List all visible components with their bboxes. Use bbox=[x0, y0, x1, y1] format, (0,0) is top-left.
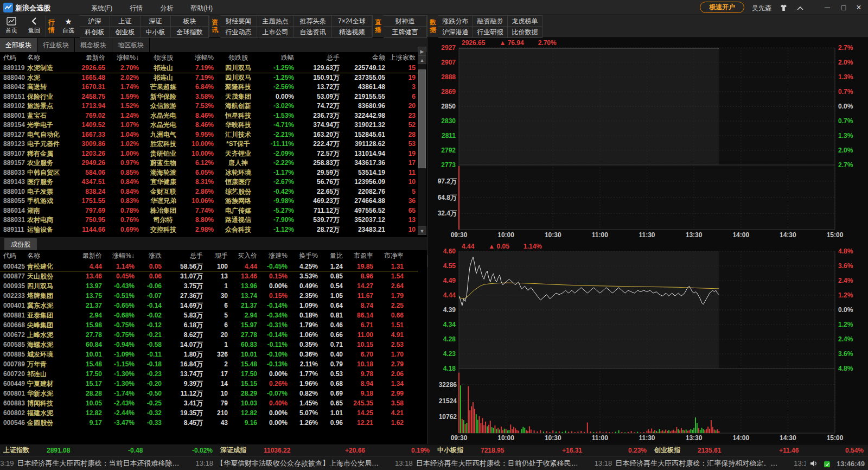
nav-cell[interactable]: 推荐头条 bbox=[294, 15, 332, 27]
table-row[interactable]: 600881亚泰集团2.94-0.68%-0.025.83万52.94-0.34… bbox=[0, 310, 418, 320]
table-row[interactable]: 889119水泥制造2926.652.70%祁连山7.19%四川双马-1.25%… bbox=[0, 63, 418, 73]
board-tab[interactable]: 行业板块 bbox=[37, 38, 75, 52]
tab-data-vertical[interactable]: 数据 bbox=[427, 15, 438, 37]
table-row[interactable]: 888033中韩自贸区584.060.85%渤海轮渡6.05%冰轮环境-1.17… bbox=[0, 168, 418, 178]
maximize-button[interactable]: □ bbox=[835, 0, 852, 15]
index-group[interactable]: 上证指数2891.08-0.48-0.02% bbox=[0, 444, 217, 456]
table-row[interactable]: 888010电子发票838.240.84%金财互联2.86%综艺股份-0.42%… bbox=[0, 187, 418, 197]
index-group[interactable]: 创业板指2135.61+11.460.54% bbox=[651, 444, 868, 456]
menu-item[interactable]: 帮助(H) bbox=[190, 4, 213, 13]
open-account-button[interactable]: 极速开户 bbox=[700, 2, 744, 13]
column-header[interactable]: 代码 bbox=[3, 250, 27, 262]
nav-cell[interactable]: 比价数据 bbox=[508, 27, 542, 38]
nav-cell[interactable]: 行业研报 bbox=[473, 27, 508, 38]
column-header[interactable]: 量比 bbox=[320, 250, 345, 262]
home-button[interactable]: 首页 bbox=[0, 15, 23, 37]
nav-cell[interactable]: 精选视频 bbox=[332, 27, 372, 38]
table-row[interactable]: 889107稀有金属1203.261.00%贵研铂业10.00%天齐锂业-2.0… bbox=[0, 149, 418, 159]
menu-item[interactable]: 分析 bbox=[160, 4, 173, 13]
board-intraday-chart[interactable]: 2926.65 ▲ 76.94 2.70% 292729072888286928… bbox=[428, 38, 868, 242]
table-row[interactable]: 888031农村电商750.950.76%司尔特8.80%路通视信-7.90%5… bbox=[0, 215, 418, 225]
minimize-button[interactable]: ─ bbox=[819, 0, 835, 15]
nav-cell[interactable]: 涨跌分布 bbox=[438, 15, 473, 27]
column-header[interactable]: 领跌股 bbox=[216, 52, 260, 63]
news-item[interactable]: 13:19日本经济再生大臣西村康稔：当前日本还很难移除… bbox=[0, 459, 180, 468]
chevron-up-icon[interactable] bbox=[796, 6, 804, 10]
table-row[interactable]: 888055手机游戏1751.550.83%华谊兄弟10.06%游族网络-9.9… bbox=[0, 196, 418, 206]
nav-cell[interactable]: 沪深 bbox=[80, 15, 110, 27]
nav-cell[interactable]: 中小板 bbox=[141, 27, 171, 38]
column-header[interactable]: 代码 bbox=[3, 52, 27, 63]
nav-cell[interactable]: 自选资讯 bbox=[294, 27, 332, 38]
nav-cell[interactable]: 主题热点 bbox=[257, 15, 294, 27]
column-header[interactable]: 市盈率 bbox=[345, 250, 375, 262]
table-row[interactable]: 888040水泥1665.482.02%祁连山7.19%四川双马-1.25%15… bbox=[0, 73, 418, 83]
column-header[interactable]: 涨幅%↓ bbox=[104, 250, 137, 262]
table-row[interactable]: 600585海螺水泥60.84-0.94%-0.5814.07万160.83-0… bbox=[0, 340, 418, 350]
nav-cell[interactable]: 7×24全球 bbox=[332, 15, 372, 27]
table-row[interactable]: 002233塔牌集团13.75-0.51%-0.0727.36万3013.740… bbox=[0, 291, 418, 301]
table-row[interactable]: 000672上峰水泥27.78-0.75%-0.218.62万2027.78-0… bbox=[0, 330, 418, 340]
board-tab[interactable]: 概念板块 bbox=[75, 38, 112, 52]
table-row[interactable]: 000877天山股份13.460.45%0.0631.07万1313.460.1… bbox=[0, 271, 418, 281]
nav-cell[interactable]: 财神道 bbox=[384, 15, 427, 27]
table-row[interactable]: 600449宁夏建材15.17-1.30%-0.209.39万1415.150.… bbox=[0, 379, 418, 389]
column-header[interactable]: 买入价 bbox=[230, 250, 259, 262]
news-item[interactable]: 13:18【华夏信财非法吸收公众存款被查】上海市公安局… bbox=[196, 459, 379, 468]
skin-theme-icon[interactable] bbox=[779, 4, 788, 12]
table-row[interactable]: 000935四川双马13.97-0.43%-0.063.75万113.960.0… bbox=[0, 281, 418, 291]
column-header[interactable]: 换手% bbox=[290, 250, 320, 262]
board-tab[interactable]: 全部板块 bbox=[0, 38, 37, 52]
table-row[interactable]: 000546金圆股份9.17-3.47%-0.338.45万439.160.00… bbox=[0, 418, 418, 428]
nav-cell[interactable]: 融资融券 bbox=[473, 15, 508, 27]
table-row[interactable]: 889102旅游景点1713.941.52%众信旅游7.53%海航创新-3.02… bbox=[0, 101, 418, 111]
table-row[interactable]: 888001蓝宝石769.021.24%水晶光电8.46%恒星科技-1.53%2… bbox=[0, 111, 418, 121]
column-header[interactable]: 涨幅% bbox=[186, 52, 216, 63]
table-row[interactable]: 889111运输设备1144.660.69%交控科技2.98%众合科技-1.12… bbox=[0, 225, 418, 235]
table-row[interactable]: 600425青松建化4.441.14%0.0558.56万1004.44-0.4… bbox=[0, 262, 418, 271]
menu-item[interactable]: 行情 bbox=[130, 4, 143, 13]
column-header[interactable]: 现手 bbox=[205, 250, 230, 262]
index-group[interactable]: 深证成指11036.22+20.660.19% bbox=[217, 444, 434, 456]
nav-cell[interactable]: 全球指数 bbox=[171, 27, 209, 38]
column-header[interactable]: 涨速% bbox=[259, 250, 290, 262]
nav-cell[interactable]: 行业动态 bbox=[220, 27, 257, 38]
table-row[interactable]: 888042高送转1670.311.74%芒果超媒6.84%聚隆科技-2.56%… bbox=[0, 82, 418, 92]
column-header[interactable]: 跌幅 bbox=[260, 52, 296, 63]
menu-item[interactable]: 系统(F) bbox=[91, 4, 112, 13]
scroll-up-icon[interactable]: ▲ bbox=[418, 55, 426, 64]
nav-cell[interactable]: 龙虎榜单 bbox=[508, 15, 542, 27]
table-row[interactable]: 600801华新水泥28.28-1.74%-0.5011.12万1028.29-… bbox=[0, 389, 418, 398]
tab-news-vertical[interactable]: 资讯 bbox=[209, 15, 220, 37]
column-header[interactable]: 总手 bbox=[296, 52, 342, 63]
table-row[interactable]: 889157农业服务2949.260.97%蔚蓝生物6.12%唐人神-2.22%… bbox=[0, 158, 418, 168]
stock-intraday-chart[interactable]: 4.44 ▲ 0.05 1.14% 4.604.554.494.444.394.… bbox=[428, 242, 868, 444]
column-header[interactable]: 涨幅%↓ bbox=[107, 52, 141, 63]
board-table-scrollbar[interactable]: ▶ ▲ ▼ bbox=[418, 47, 426, 235]
favorites-button[interactable]: ★ 自选 bbox=[57, 15, 80, 37]
column-header[interactable]: 总手 bbox=[164, 250, 205, 262]
column-header[interactable]: 名称 bbox=[27, 52, 74, 63]
tab-constituents[interactable]: 成份股 bbox=[4, 238, 37, 250]
table-row[interactable]: 000401冀东水泥21.37-0.65%-0.1414.69万621.37-0… bbox=[0, 301, 418, 310]
expand-right-icon[interactable]: ▶ bbox=[418, 47, 426, 55]
table-row[interactable]: 600668尖峰集团15.98-0.75%-0.126.18万615.97-0.… bbox=[0, 320, 418, 330]
column-header[interactable]: 最新价 bbox=[74, 52, 107, 63]
column-header[interactable]: 名称 bbox=[27, 250, 74, 262]
tab-live-vertical[interactable]: 直播 bbox=[372, 15, 384, 37]
column-header[interactable]: 领涨股 bbox=[141, 52, 186, 63]
tab-market-vertical[interactable]: 行情 bbox=[46, 15, 57, 37]
back-button[interactable]: 返回 bbox=[23, 15, 46, 37]
nav-cell[interactable]: 王牌健言 bbox=[384, 27, 427, 38]
close-button[interactable]: × bbox=[851, 0, 867, 15]
table-row[interactable]: 600720祁连山17.50-1.30%-0.2313.74万1717.500.… bbox=[0, 369, 418, 379]
table-row[interactable]: 889127电气自动化1667.331.04%九洲电气9.95%汇川技术-2.2… bbox=[0, 130, 418, 140]
column-header[interactable]: 市净率 bbox=[375, 250, 406, 262]
nav-cell[interactable]: 财经要闻 bbox=[220, 15, 257, 27]
table-row[interactable]: 600802福建水泥12.82-2.44%-0.3219.35万21012.82… bbox=[0, 408, 418, 418]
table-row[interactable]: 000789万年青15.48-1.15%-0.1816.84万215.48-0.… bbox=[0, 359, 418, 369]
nav-cell[interactable]: 沪深港通 bbox=[438, 27, 473, 38]
column-header[interactable]: 涨跌 bbox=[137, 250, 164, 262]
table-row[interactable]: 889154光学电子1409.521.07%水晶光电8.46%华映科技-4.71… bbox=[0, 120, 418, 130]
table-row[interactable]: 886014湖南797.690.78%株冶集团7.74%电广传媒-5.27%71… bbox=[0, 206, 418, 216]
